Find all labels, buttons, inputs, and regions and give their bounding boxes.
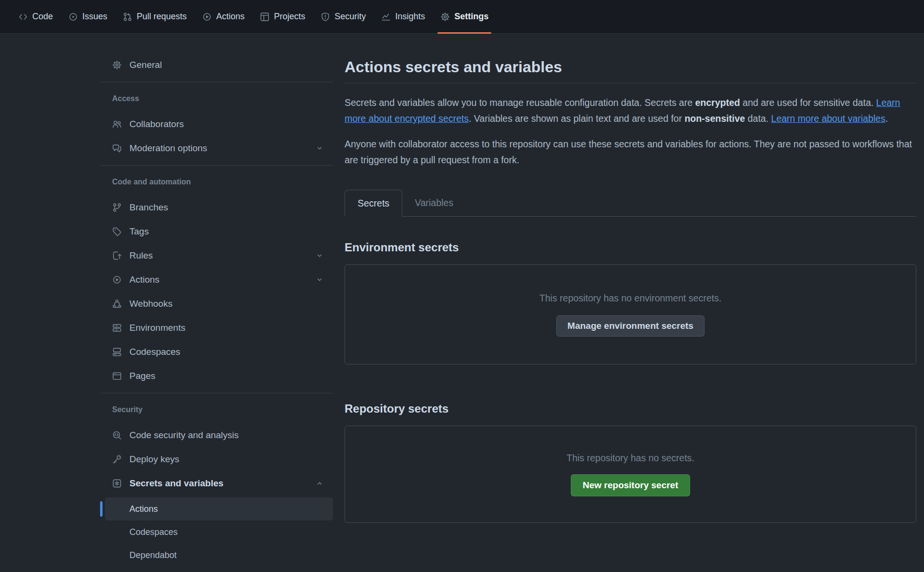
play-circle-icon xyxy=(202,12,212,22)
environment-secrets-heading: Environment secrets xyxy=(345,240,916,255)
sidebar-item-label: Webhooks xyxy=(129,299,172,309)
tag-icon xyxy=(112,227,122,236)
sidebar-item-actions[interactable]: Actions xyxy=(100,268,333,292)
intro-text: Secrets and variables allow you to manag… xyxy=(345,97,695,108)
sidebar-item-label: Codespaces xyxy=(129,347,180,357)
git-branch-icon xyxy=(112,203,122,212)
pull-request-icon xyxy=(123,12,132,22)
nav-tab-actions[interactable]: Actions xyxy=(194,0,252,34)
sidebar-section-code-and-automation: Code and automation xyxy=(100,172,333,192)
sidebar-item-label: Collaborators xyxy=(129,119,184,130)
manage-environment-secrets-button[interactable]: Manage environment secrets xyxy=(556,315,705,337)
sidebar-item-deploy-keys[interactable]: Deploy keys xyxy=(100,447,333,471)
sidebar-item-tags[interactable]: Tags xyxy=(100,220,333,244)
sidebar-subitem-label: Codespaces xyxy=(129,527,178,537)
page-title: Actions secrets and variables xyxy=(345,57,916,83)
sidebar-item-label: Code security and analysis xyxy=(129,430,239,441)
sidebar-item-label: Rules xyxy=(129,250,153,261)
nav-tab-label: Settings xyxy=(454,12,488,22)
sidebar-subitem-label: Actions xyxy=(129,504,158,514)
intro-text: and are used for sensitive data. xyxy=(740,97,876,108)
secrets-variables-tabs: Secrets Variables xyxy=(345,189,916,217)
sidebar-item-secrets-and-variables[interactable]: Secrets and variables xyxy=(100,471,333,495)
nav-tab-pull-requests[interactable]: Pull requests xyxy=(115,0,194,34)
code-icon xyxy=(18,12,28,22)
sidebar-item-label: Pages xyxy=(129,371,155,381)
sidebar-divider xyxy=(100,82,333,82)
graph-icon xyxy=(381,12,391,22)
rules-icon xyxy=(112,251,122,260)
codescan-icon xyxy=(112,430,122,440)
sidebar-item-branches[interactable]: Branches xyxy=(100,195,333,220)
webhook-icon xyxy=(112,299,122,309)
codespaces-icon xyxy=(112,347,122,357)
sidebar-item-environments[interactable]: Environments xyxy=(100,316,333,340)
settings-sidebar: General Access Collaborators Moderation … xyxy=(100,53,333,567)
link-learn-more-variables[interactable]: Learn more about variables xyxy=(771,113,885,124)
active-tab-underline xyxy=(437,32,491,34)
project-table-icon xyxy=(260,12,270,22)
shield-icon xyxy=(321,12,330,22)
sidebar-item-webhooks[interactable]: Webhooks xyxy=(100,292,333,316)
repo-nav-bar: Code Issues Pull requests Actions Projec… xyxy=(0,0,924,34)
intro-paragraph: Secrets and variables allow you to manag… xyxy=(345,95,916,127)
nav-tab-label: Pull requests xyxy=(137,12,187,22)
browser-icon xyxy=(112,371,122,381)
intro-text: data. xyxy=(745,113,771,124)
sidebar-item-codespaces[interactable]: Codespaces xyxy=(100,340,333,364)
gear-icon xyxy=(440,12,450,22)
nav-tab-insights[interactable]: Insights xyxy=(373,0,433,34)
nav-tab-issues[interactable]: Issues xyxy=(61,0,115,34)
collaborator-note: Anyone with collaborator access to this … xyxy=(345,136,916,168)
sidebar-item-code-security-and-analysis[interactable]: Code security and analysis xyxy=(100,423,333,447)
chevron-up-icon[interactable] xyxy=(316,480,323,487)
chevron-down-icon[interactable] xyxy=(316,144,323,152)
issue-opened-icon xyxy=(68,12,78,22)
sidebar-item-rules[interactable]: Rules xyxy=(100,244,333,268)
gear-icon xyxy=(112,60,122,70)
sidebar-item-label: Branches xyxy=(129,202,168,213)
sidebar-subitem-codespaces[interactable]: Codespaces xyxy=(105,520,333,544)
nav-tab-label: Projects xyxy=(274,12,305,22)
new-repository-secret-button[interactable]: New repository secret xyxy=(571,474,691,496)
people-icon xyxy=(112,119,122,129)
sidebar-item-label: Actions xyxy=(129,274,159,285)
sidebar-item-collaborators[interactable]: Collaborators xyxy=(100,112,333,136)
sidebar-divider xyxy=(100,165,333,166)
repository-secrets-heading: Repository secrets xyxy=(345,401,916,416)
repository-secrets-empty-box: This repository has no secrets. New repo… xyxy=(345,426,916,523)
nav-tab-settings[interactable]: Settings xyxy=(433,0,496,34)
sidebar-item-label: Environments xyxy=(129,323,185,333)
sidebar-subitem-dependabot[interactable]: Dependabot xyxy=(105,544,333,567)
sidebar-subitem-label: Dependabot xyxy=(129,550,177,560)
tab-secrets[interactable]: Secrets xyxy=(345,190,402,217)
settings-layout: General Access Collaborators Moderation … xyxy=(0,34,924,567)
sidebar-item-label: Deploy keys xyxy=(129,454,180,465)
sidebar-item-pages[interactable]: Pages xyxy=(100,364,333,388)
sidebar-item-label: General xyxy=(129,60,162,70)
environment-secrets-empty-box: This repository has no environment secre… xyxy=(345,264,916,364)
nav-tab-label: Actions xyxy=(216,12,244,22)
nav-tab-projects[interactable]: Projects xyxy=(252,0,313,34)
nav-tab-label: Insights xyxy=(395,12,425,22)
sidebar-item-label: Secrets and variables xyxy=(129,478,223,489)
intro-bold-encrypted: encrypted xyxy=(695,97,740,108)
nav-tab-security[interactable]: Security xyxy=(313,0,373,34)
sidebar-subitem-actions[interactable]: Actions xyxy=(105,497,333,520)
comment-discussion-icon xyxy=(112,143,122,153)
intro-text: . Variables are shown as plain text and … xyxy=(469,113,684,124)
sidebar-section-access: Access xyxy=(100,89,333,108)
sidebar-item-label: Moderation options xyxy=(129,143,207,154)
settings-main-panel: Actions secrets and variables Secrets an… xyxy=(345,53,916,567)
sidebar-divider xyxy=(100,393,333,393)
nav-tab-code[interactable]: Code xyxy=(11,0,61,34)
sidebar-item-general[interactable]: General xyxy=(100,53,333,77)
play-circle-icon xyxy=(112,275,122,285)
nav-tab-label: Security xyxy=(334,12,366,22)
tab-variables[interactable]: Variables xyxy=(402,189,466,216)
environment-secrets-empty-message: This repository has no environment secre… xyxy=(539,293,721,304)
chevron-down-icon[interactable] xyxy=(316,276,323,284)
sidebar-item-label: Tags xyxy=(129,226,149,237)
sidebar-item-moderation-options[interactable]: Moderation options xyxy=(100,136,333,160)
chevron-down-icon[interactable] xyxy=(316,252,323,260)
